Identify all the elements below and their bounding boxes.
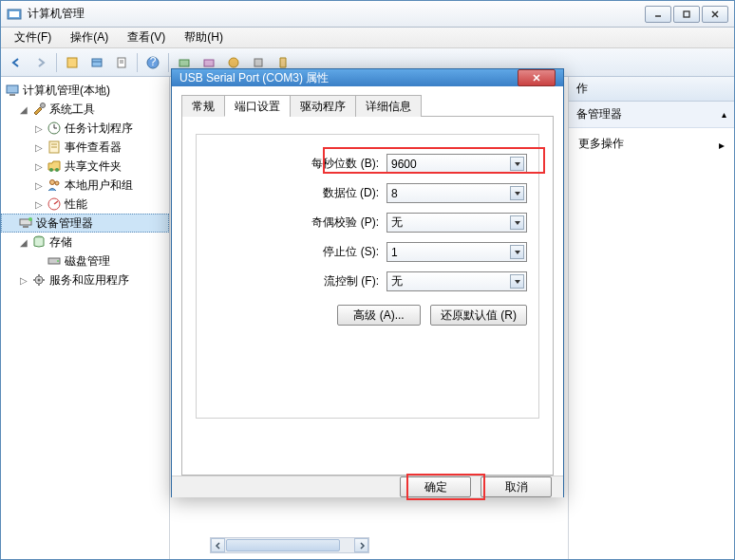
properties-dialog: USB Serial Port (COM3) 属性 常规 端口设置 驱动程序 详… — [171, 68, 564, 497]
tree-label: 任务计划程序 — [65, 121, 133, 137]
event-icon — [47, 140, 62, 155]
scroll-thumb[interactable] — [226, 539, 340, 551]
tree-label: 磁盘管理 — [65, 253, 110, 270]
tree-system-tools[interactable]: ◢ 系统工具 — [1, 100, 169, 119]
collapse-icon[interactable]: ◢ — [18, 104, 28, 115]
parity-value: 无 — [391, 215, 403, 231]
performance-icon — [47, 196, 62, 212]
baud-select[interactable]: 9600 — [386, 154, 527, 174]
maximize-button[interactable] — [673, 6, 700, 23]
tree-device-manager[interactable]: 设备管理器 — [1, 214, 169, 233]
cancel-button[interactable]: 取消 — [481, 476, 552, 497]
expand-icon[interactable]: ▷ — [33, 142, 44, 153]
svg-text:?: ? — [150, 56, 157, 68]
scroll-right-button[interactable] — [354, 538, 368, 552]
tree-event-viewer[interactable]: ▷ 事件查看器 — [1, 138, 169, 157]
tree-label: 共享文件夹 — [65, 159, 122, 175]
dialog-tabs: 常规 端口设置 驱动程序 详细信息 — [181, 94, 554, 117]
computer-icon — [5, 83, 20, 98]
parity-row: 奇偶校验 (P): 无 — [208, 213, 527, 233]
scroll-left-button[interactable] — [211, 538, 225, 552]
svg-point-16 — [229, 58, 238, 67]
ok-button[interactable]: 确定 — [400, 476, 471, 497]
settings-group: 每秒位数 (B): 9600 数据位 (D): 8 奇偶校验 (P): — [196, 134, 539, 419]
tree-label: 事件查看器 — [65, 140, 122, 156]
help-button[interactable]: ? — [141, 51, 164, 74]
parity-select[interactable]: 无 — [386, 213, 527, 233]
advanced-button[interactable]: 高级 (A)... — [337, 305, 421, 326]
baud-row: 每秒位数 (B): 9600 — [208, 154, 527, 174]
tab-general[interactable]: 常规 — [181, 95, 225, 117]
svg-rect-3 — [684, 11, 689, 17]
tab-details[interactable]: 详细信息 — [355, 95, 422, 117]
tree-disk-mgmt[interactable]: 磁盘管理 — [1, 252, 169, 271]
dropdown-arrow-icon — [510, 215, 524, 230]
more-actions-link[interactable]: 更多操作 — [578, 136, 725, 152]
flow-row: 流控制 (F): 无 — [208, 271, 527, 291]
tree-storage[interactable]: ◢ 存储 — [1, 233, 169, 252]
horizontal-scrollbar[interactable] — [210, 537, 369, 553]
tree-services[interactable]: ▷ 服务和应用程序 — [1, 271, 169, 289]
close-button[interactable] — [702, 6, 728, 23]
tab-port-settings[interactable]: 端口设置 — [224, 95, 291, 117]
expand-icon[interactable]: ▷ — [18, 275, 28, 286]
collapse-icon[interactable]: ◢ — [18, 237, 28, 248]
svg-point-40 — [38, 279, 41, 282]
actions-subheader[interactable]: 备管理器 ▴ — [569, 102, 734, 128]
folder-share-icon — [47, 159, 62, 174]
tab-driver[interactable]: 驱动程序 — [290, 95, 356, 117]
svg-rect-17 — [254, 59, 262, 66]
tree-pane: 计算机管理(本地) ◢ 系统工具 ▷ 任务计划程序 ▷ 事件查看器 ▷ 共享文件… — [1, 77, 170, 559]
stopbits-select[interactable]: 1 — [386, 242, 527, 262]
tree-label: 系统工具 — [49, 102, 95, 118]
svg-rect-14 — [179, 60, 189, 66]
clock-icon — [47, 121, 62, 136]
back-button[interactable] — [5, 51, 28, 74]
tool-btn-2[interactable] — [85, 51, 108, 74]
flow-value: 无 — [391, 273, 403, 289]
expand-icon[interactable]: ▷ — [33, 161, 44, 172]
dialog-footer: 确定 取消 — [172, 476, 563, 497]
toolbar-separator — [168, 53, 169, 72]
svg-rect-34 — [23, 226, 28, 228]
tree-performance[interactable]: ▷ 性能 — [1, 195, 169, 214]
tree-task-scheduler[interactable]: ▷ 任务计划程序 — [1, 119, 169, 138]
actions-header-label: 作 — [576, 81, 588, 97]
inner-buttons: 高级 (A)... 还原默认值 (R) — [208, 305, 527, 326]
forward-button[interactable] — [29, 51, 52, 74]
window-title: 计算机管理 — [28, 6, 645, 22]
storage-icon — [31, 234, 47, 250]
menu-view[interactable]: 查看(V) — [120, 28, 173, 47]
menu-action[interactable]: 操作(A) — [63, 28, 116, 47]
stopbits-label: 停止位 (S): — [323, 244, 379, 260]
tool-btn-3[interactable] — [110, 51, 133, 74]
dialog-close-button[interactable] — [518, 69, 556, 86]
dialog-body: 常规 端口设置 驱动程序 详细信息 每秒位数 (B): 9600 数据位 (D)… — [172, 86, 563, 476]
minimize-button[interactable] — [645, 6, 671, 23]
tree-root[interactable]: 计算机管理(本地) — [1, 81, 169, 100]
chevron-right-icon: ▸ — [719, 139, 725, 152]
restore-defaults-button[interactable]: 还原默认值 (R) — [430, 305, 527, 326]
svg-rect-19 — [9, 94, 15, 96]
dialog-titlebar[interactable]: USB Serial Port (COM3) 属性 — [172, 69, 563, 86]
menu-help[interactable]: 帮助(H) — [177, 28, 231, 47]
tree-shared-folders[interactable]: ▷ 共享文件夹 — [1, 157, 169, 176]
flow-select[interactable]: 无 — [386, 271, 527, 291]
expand-icon[interactable]: ▷ — [33, 180, 44, 191]
users-icon — [47, 177, 62, 193]
tool-btn-1[interactable] — [61, 51, 84, 74]
tree-local-users[interactable]: ▷ 本地用户和组 — [1, 176, 169, 195]
menu-file[interactable]: 文件(F) — [7, 28, 59, 47]
databits-row: 数据位 (D): 8 — [208, 183, 527, 203]
expand-icon[interactable]: ▷ — [33, 199, 44, 210]
expand-icon[interactable]: ▷ — [33, 123, 44, 134]
svg-point-29 — [50, 180, 55, 185]
parity-label: 奇偶校验 (P): — [311, 215, 379, 231]
svg-rect-1 — [9, 11, 19, 17]
stopbits-value: 1 — [391, 246, 398, 259]
databits-label: 数据位 (D): — [323, 185, 379, 201]
tree-label: 本地用户和组 — [65, 177, 133, 194]
flow-label: 流控制 (F): — [324, 273, 379, 289]
tree-label: 服务和应用程序 — [49, 272, 129, 289]
databits-select[interactable]: 8 — [386, 183, 527, 203]
